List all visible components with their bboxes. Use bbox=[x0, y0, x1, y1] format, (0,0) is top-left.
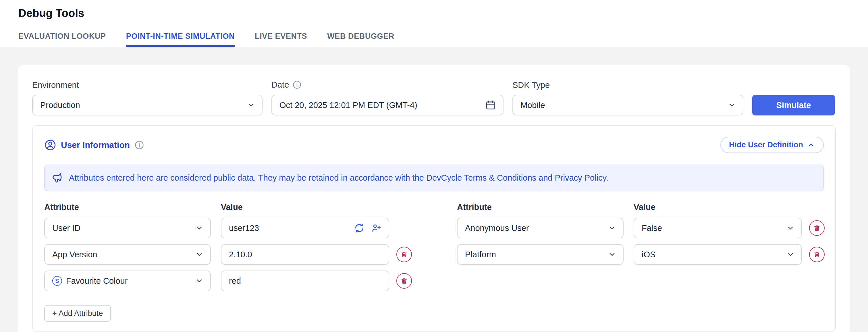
attribute-select-anonymous-user[interactable]: Anonymous User bbox=[457, 218, 624, 238]
attribute-select-value: Platform bbox=[465, 250, 496, 259]
attribute-row-favourite-colour: S Favourite Colour bbox=[44, 271, 412, 291]
trash-icon bbox=[813, 224, 820, 232]
user-id-value-input[interactable] bbox=[229, 223, 354, 233]
attribute-select-favourite-colour[interactable]: S Favourite Colour bbox=[44, 271, 211, 291]
delete-app-version-button[interactable] bbox=[396, 247, 412, 262]
environment-field-group: Environment Production bbox=[32, 81, 262, 116]
delete-slot bbox=[809, 247, 825, 262]
tab-point-in-time-simulation[interactable]: POINT-IN-TIME SIMULATION bbox=[126, 32, 235, 47]
platform-value-select[interactable]: iOS bbox=[633, 244, 802, 265]
chevron-down-icon bbox=[728, 101, 736, 109]
user-id-field-icons bbox=[354, 223, 382, 233]
tab-bar: EVALUATION LOOKUP POINT-IN-TIME SIMULATI… bbox=[19, 32, 868, 47]
value-select-value: iOS bbox=[642, 250, 655, 259]
user-information-header: User Information Hide User Definition bbox=[44, 137, 824, 153]
page-header: Debug Tools EVALUATION LOOKUP POINT-IN-T… bbox=[0, 0, 868, 47]
attribute-select-app-version[interactable]: App Version bbox=[44, 244, 211, 265]
attribute-select-value: App Version bbox=[52, 250, 97, 259]
attribute-row-anonymous-user: Anonymous User False bbox=[457, 218, 825, 238]
chevron-up-icon bbox=[807, 141, 815, 149]
chevron-down-icon bbox=[608, 250, 616, 259]
trash-icon bbox=[400, 277, 408, 284]
hide-user-definition-label: Hide User Definition bbox=[729, 141, 803, 149]
date-input[interactable] bbox=[279, 100, 485, 110]
chevron-down-icon bbox=[786, 224, 795, 232]
delete-anonymous-user-button[interactable] bbox=[809, 220, 825, 236]
delete-platform-button[interactable] bbox=[809, 247, 825, 262]
sdk-type-field-group: SDK Type Mobile bbox=[513, 81, 743, 116]
chevron-down-icon bbox=[786, 250, 795, 259]
user-information-title-row: User Information bbox=[44, 139, 144, 151]
simulate-button[interactable]: Simulate bbox=[752, 95, 835, 116]
user-circle-icon bbox=[44, 139, 56, 151]
user-information-section: User Information Hide User Definition At… bbox=[32, 125, 836, 332]
delete-slot bbox=[809, 220, 825, 236]
delete-slot bbox=[396, 273, 412, 289]
page-title: Debug Tools bbox=[19, 7, 868, 20]
left-column-headers: Attribute Value bbox=[44, 203, 412, 211]
attributes-right-column: Attribute Value Anonymous User False bbox=[457, 203, 825, 322]
public-data-banner: Attributes entered here are considered p… bbox=[44, 164, 824, 191]
regenerate-icon[interactable] bbox=[354, 223, 365, 233]
favourite-colour-value-field[interactable] bbox=[221, 271, 389, 291]
hide-user-definition-button[interactable]: Hide User Definition bbox=[720, 137, 824, 153]
favourite-colour-value-input[interactable] bbox=[229, 276, 382, 286]
attribute-row-app-version: App Version bbox=[44, 244, 412, 265]
user-information-info-icon[interactable] bbox=[134, 140, 144, 150]
megaphone-icon bbox=[51, 172, 64, 184]
value-header: Value bbox=[633, 203, 655, 211]
environment-select-value: Production bbox=[40, 100, 80, 110]
calendar-icon[interactable] bbox=[485, 100, 496, 111]
attribute-row-user-id: User ID bbox=[44, 218, 412, 238]
attribute-row-platform: Platform iOS bbox=[457, 244, 825, 265]
environment-select[interactable]: Production bbox=[32, 95, 262, 116]
app-version-value-field[interactable] bbox=[221, 244, 389, 265]
attribute-header: Attribute bbox=[44, 203, 221, 211]
app-version-value-input[interactable] bbox=[229, 250, 382, 259]
chevron-down-icon bbox=[195, 224, 204, 232]
date-label-row: Date bbox=[272, 80, 503, 89]
attribute-select-user-id[interactable]: User ID bbox=[44, 218, 211, 238]
tab-live-events[interactable]: LIVE EVENTS bbox=[255, 32, 307, 47]
tab-evaluation-lookup[interactable]: EVALUATION LOOKUP bbox=[19, 32, 106, 47]
sdk-type-select-value: Mobile bbox=[521, 100, 545, 110]
trash-icon bbox=[400, 251, 408, 258]
delete-favourite-colour-button[interactable] bbox=[396, 273, 412, 289]
value-header: Value bbox=[221, 203, 243, 211]
user-id-value-field[interactable] bbox=[221, 218, 389, 238]
simulation-form-row: Environment Production Date bbox=[32, 80, 836, 116]
attribute-select-value-row: S Favourite Colour bbox=[52, 276, 127, 286]
sdk-type-select[interactable]: Mobile bbox=[513, 95, 743, 116]
trash-icon bbox=[813, 251, 820, 258]
main-content: Environment Production Date bbox=[0, 47, 868, 332]
date-info-icon[interactable] bbox=[292, 80, 302, 89]
attribute-select-value: Anonymous User bbox=[465, 223, 529, 233]
string-type-icon: S bbox=[52, 276, 62, 286]
delete-slot bbox=[396, 247, 412, 262]
chevron-down-icon bbox=[195, 277, 204, 285]
attribute-header: Attribute bbox=[457, 203, 633, 211]
attribute-select-value: Favourite Colour bbox=[66, 276, 127, 286]
right-column-headers: Attribute Value bbox=[457, 203, 825, 211]
tab-web-debugger[interactable]: WEB DEBUGGER bbox=[327, 32, 394, 47]
attributes-left-column: Attribute Value User ID bbox=[44, 203, 412, 322]
simulation-card: Environment Production Date bbox=[18, 65, 850, 332]
value-select-value: False bbox=[642, 223, 662, 233]
chevron-down-icon bbox=[247, 101, 255, 109]
chevron-down-icon bbox=[195, 250, 204, 259]
user-information-title: User Information bbox=[61, 140, 130, 150]
sdk-type-label: SDK Type bbox=[513, 81, 743, 89]
attributes-area: Attribute Value User ID bbox=[44, 203, 824, 322]
attribute-select-platform[interactable]: Platform bbox=[457, 244, 624, 265]
chevron-down-icon bbox=[608, 224, 616, 232]
anonymous-user-value-select[interactable]: False bbox=[633, 218, 802, 238]
date-field[interactable] bbox=[272, 95, 503, 116]
user-plus-icon[interactable] bbox=[371, 223, 382, 233]
date-field-group: Date bbox=[272, 80, 503, 116]
date-label: Date bbox=[272, 81, 289, 89]
environment-label: Environment bbox=[32, 81, 262, 89]
public-data-banner-text: Attributes entered here are considered p… bbox=[69, 173, 608, 183]
add-attribute-button[interactable]: + Add Attribute bbox=[44, 305, 111, 322]
attribute-select-value: User ID bbox=[52, 223, 81, 233]
